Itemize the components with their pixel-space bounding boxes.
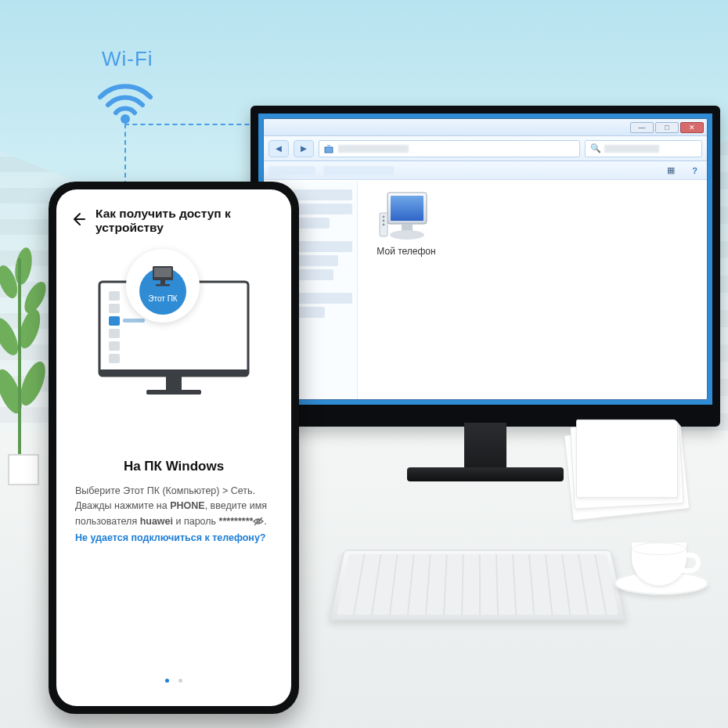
svg-rect-9 [325, 147, 333, 153]
svg-rect-12 [391, 196, 423, 221]
svg-rect-28 [109, 316, 120, 326]
svg-point-14 [390, 230, 424, 240]
wifi-label: Wi-Fi [102, 47, 153, 71]
svg-rect-21 [166, 376, 182, 390]
address-text [338, 145, 409, 153]
toolbar-organize[interactable] [268, 166, 315, 175]
back-button[interactable] [70, 211, 86, 230]
svg-rect-10 [327, 145, 330, 147]
computer-device-icon [378, 191, 434, 243]
connector-line-to-monitor [124, 124, 265, 125]
svg-rect-7 [18, 258, 21, 454]
svg-point-8 [121, 114, 130, 124]
search-box[interactable]: 🔍 [585, 140, 702, 157]
keyboard-decoration [329, 550, 626, 620]
phone-device: Как получить доступ к устройству [49, 182, 299, 714]
page-dot-2[interactable] [178, 679, 182, 683]
section-title: На ПК Windows [75, 459, 272, 474]
help-link[interactable]: Не удается подключиться к телефону? [75, 532, 266, 543]
monitor: — □ ✕ ◄ ► 🔍 [250, 106, 720, 427]
device-label: Мой телефон [367, 246, 445, 257]
svg-point-18 [383, 224, 385, 226]
page-title: Как получить доступ к устройству [96, 207, 277, 235]
nav-back-button[interactable]: ◄ [268, 140, 289, 157]
svg-point-17 [383, 220, 385, 222]
toolbar-help-button[interactable]: ? [687, 164, 702, 177]
page-indicator [56, 672, 291, 686]
svg-point-16 [383, 216, 385, 218]
windows-explorer-window: — □ ✕ ◄ ► 🔍 [263, 118, 708, 400]
explorer-toolbar: ▦ ? [264, 161, 707, 180]
phone-screen: Как получить доступ к устройству [56, 189, 291, 706]
mug-decoration [614, 532, 708, 595]
papers-decoration [564, 416, 690, 514]
window-maximize-button[interactable]: □ [655, 122, 679, 133]
window-minimize-button[interactable]: — [630, 122, 654, 133]
svg-rect-20 [99, 369, 248, 376]
network-icon [324, 144, 333, 153]
svg-rect-27 [109, 354, 120, 363]
address-bar[interactable] [319, 140, 580, 157]
wifi-icon [94, 70, 157, 128]
tooltip-text: Этот ПК [126, 294, 200, 303]
plant-decoration [0, 235, 55, 485]
window-titlebar: — □ ✕ [264, 119, 707, 136]
search-icon: 🔍 [590, 143, 601, 153]
svg-rect-25 [109, 329, 120, 338]
svg-rect-23 [109, 291, 120, 301]
svg-rect-35 [156, 284, 170, 287]
svg-rect-24 [109, 304, 120, 313]
page-dot-1[interactable] [165, 679, 169, 683]
phone-header: Как получить доступ к устройству [56, 189, 291, 241]
svg-rect-34 [160, 280, 165, 284]
svg-point-1 [13, 247, 34, 287]
toolbar-view-button[interactable]: ▦ [662, 164, 679, 177]
instructions-text: Выберите Этот ПК (Компьютер) > Сеть. Два… [75, 484, 272, 546]
svg-rect-26 [109, 341, 120, 351]
back-arrow-icon [70, 211, 86, 227]
network-device-my-phone[interactable]: Мой телефон [367, 191, 445, 257]
instruction-illustration: Этот ПК [92, 268, 256, 412]
svg-rect-22 [146, 390, 201, 395]
svg-rect-33 [154, 268, 171, 277]
nav-forward-button[interactable]: ► [294, 140, 314, 157]
window-close-button[interactable]: ✕ [680, 122, 704, 133]
explorer-content: Мой телефон [358, 182, 707, 399]
explorer-navbar: ◄ ► 🔍 [264, 136, 707, 161]
toolbar-properties[interactable] [323, 166, 394, 175]
eye-off-icon[interactable] [253, 516, 264, 531]
